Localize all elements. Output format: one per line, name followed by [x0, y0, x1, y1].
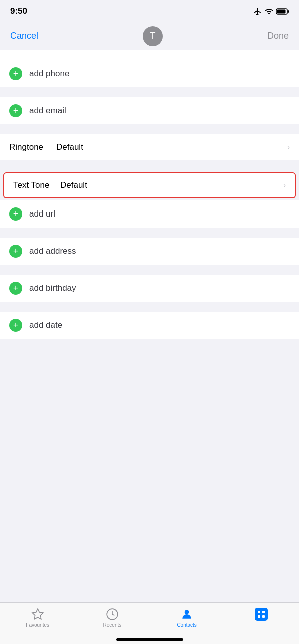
partial-row [0, 50, 299, 60]
svg-rect-8 [258, 615, 260, 618]
tab-recents[interactable]: Recents [75, 608, 149, 628]
ringtone-label: Ringtone [9, 142, 54, 152]
ringtone-value: Default [54, 142, 287, 152]
cancel-button[interactable]: Cancel [10, 31, 38, 41]
tab-bar: Favourites Recents Contacts [0, 602, 299, 644]
svg-rect-9 [262, 615, 265, 618]
text-tone-chevron: › [283, 181, 286, 190]
add-email-label: add email [29, 106, 66, 116]
birthday-section: + add birthday [0, 275, 299, 302]
email-section: + add email [0, 97, 299, 124]
svg-rect-7 [262, 611, 265, 613]
add-address-icon: + [9, 245, 22, 258]
wifi-icon [265, 7, 273, 16]
avatar: T [143, 26, 163, 46]
add-phone-icon: + [9, 67, 22, 80]
content-area: + add phone + add email Ringtone Default… [0, 50, 299, 399]
tab-more[interactable] [224, 608, 299, 622]
text-tone-row[interactable]: Text Tone Default › [3, 172, 296, 198]
add-birthday-label: add birthday [29, 283, 76, 293]
svg-marker-3 [32, 609, 43, 619]
add-email-icon: + [9, 104, 22, 117]
clock-icon [106, 608, 119, 621]
add-address-label: add address [29, 246, 76, 256]
add-url-label: add url [29, 209, 55, 219]
grid-dots-icon [257, 610, 265, 618]
ringtone-section: Ringtone Default › [0, 134, 299, 160]
date-section: + add date [0, 312, 299, 339]
add-phone-row[interactable]: + add phone [0, 60, 299, 87]
status-icons [253, 7, 289, 16]
svg-rect-1 [288, 10, 289, 13]
nav-bar: Cancel T Done [0, 22, 299, 50]
ringtone-chevron: › [287, 143, 290, 152]
add-date-icon: + [9, 319, 22, 332]
status-time: 9:50 [10, 6, 27, 16]
airplane-icon [253, 7, 262, 16]
contacts-icon [180, 608, 193, 621]
add-date-row[interactable]: + add date [0, 312, 299, 339]
bottom-spacer [0, 349, 299, 399]
star-icon [31, 608, 44, 621]
home-indicator [116, 638, 183, 641]
add-birthday-icon: + [9, 282, 22, 295]
add-date-label: add date [29, 320, 62, 330]
text-tone-label: Text Tone [13, 180, 58, 190]
add-url-icon: + [9, 207, 22, 221]
add-email-row[interactable]: + add email [0, 97, 299, 124]
add-address-row[interactable]: + add address [0, 238, 299, 265]
battery-icon [276, 8, 289, 15]
tab-recents-label: Recents [103, 622, 122, 628]
svg-rect-6 [258, 611, 260, 613]
text-tone-value: Default [58, 180, 283, 190]
text-tone-container: Text Tone Default › [0, 170, 299, 200]
tab-favourites[interactable]: Favourites [0, 608, 75, 628]
tab-contacts[interactable]: Contacts [150, 608, 224, 628]
svg-rect-2 [277, 9, 286, 13]
phone-section: + add phone [0, 50, 299, 87]
svg-point-5 [185, 610, 189, 614]
status-bar: 9:50 [0, 0, 299, 22]
address-section: + add address [0, 238, 299, 265]
add-url-row[interactable]: + add url [0, 200, 299, 228]
more-grid-icon [255, 608, 268, 621]
tab-favourites-label: Favourites [26, 622, 49, 628]
ringtone-row[interactable]: Ringtone Default › [0, 134, 299, 160]
done-button[interactable]: Done [267, 31, 289, 41]
add-birthday-row[interactable]: + add birthday [0, 275, 299, 302]
add-phone-label: add phone [29, 69, 69, 79]
tab-contacts-label: Contacts [177, 622, 196, 628]
url-section: + add url [0, 200, 299, 228]
